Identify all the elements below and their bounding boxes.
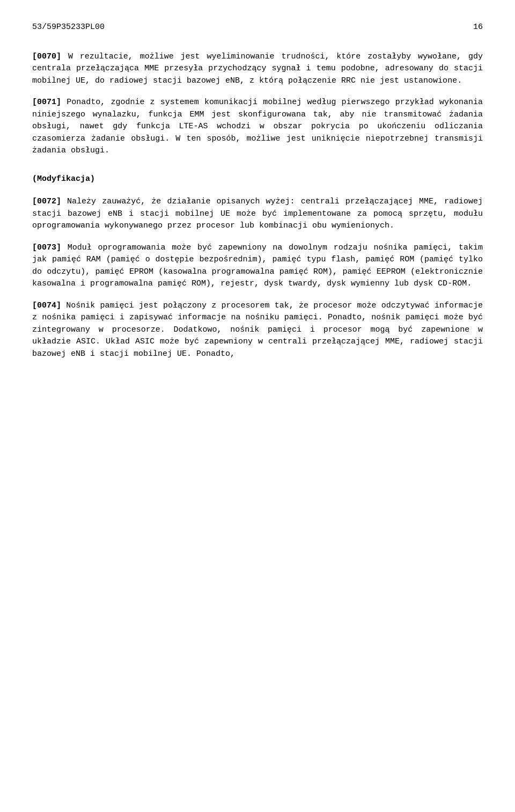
page: 53/59P35233PL00 16 [0070] W rezultacie, … — [0, 0, 515, 812]
page-header: 53/59P35233PL00 16 — [32, 21, 483, 34]
paragraph-tag-0073: [0073] — [32, 243, 61, 252]
paragraph-tag-0074: [0074] — [32, 301, 61, 310]
paragraph-0070: [0070] W rezultacie, możliwe jest wyelim… — [32, 51, 483, 87]
paragraph-tag-0071: [0071] — [32, 98, 61, 107]
paragraph-text-0074: Nośnik pamięci jest połączony z procesor… — [32, 301, 483, 359]
paragraph-text-0071: Ponadto, zgodnie z systemem komunikacji … — [32, 98, 483, 155]
paragraph-tag-0070: [0070] — [32, 52, 61, 61]
paragraph-text-0072: Należy zauważyć, że działanie opisanych … — [32, 197, 483, 230]
paragraph-text-0070: W rezultacie, możliwe jest wyeliminowani… — [32, 52, 483, 85]
paragraph-0074: [0074] Nośnik pamięci jest połączony z p… — [32, 300, 483, 361]
paragraph-0073: [0073] Moduł oprogramowania może być zap… — [32, 242, 483, 290]
paragraph-text-0073: Moduł oprogramowania może być zapewniony… — [32, 243, 483, 289]
paragraph-tag-0072: [0072] — [32, 197, 61, 206]
paragraph-0071: [0071] Ponadto, zgodnie z systemem komun… — [32, 97, 483, 157]
paragraph-0072: [0072] Należy zauważyć, że działanie opi… — [32, 196, 483, 232]
modyfikacja-heading: (Modyfikacja) — [32, 173, 483, 186]
document-id: 53/59P35233PL00 — [32, 21, 105, 34]
page-number: 16 — [473, 21, 483, 34]
